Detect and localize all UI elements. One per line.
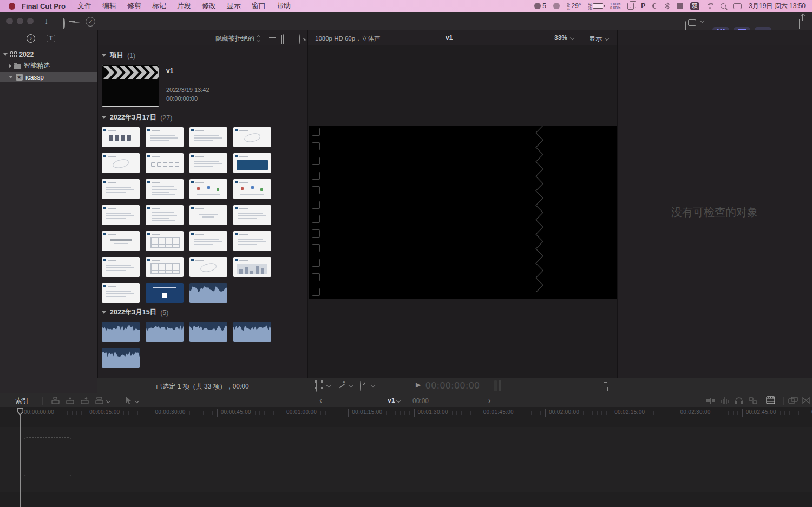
clip-thumbnail-text[interactable]	[102, 257, 140, 277]
input-method-badge[interactable]: 双	[690, 2, 699, 10]
clip-thumbnail-table[interactable]	[146, 257, 184, 277]
close-window-button[interactable]	[6, 18, 13, 24]
insert-edit-icon[interactable]	[66, 397, 75, 405]
filter-dropdown[interactable]: 隐藏被拒绝的	[215, 34, 260, 43]
next-project-button[interactable]: ›	[488, 396, 491, 405]
background-tasks-button[interactable]: ✓	[86, 17, 95, 27]
menu-编辑[interactable]: 编辑	[97, 1, 122, 11]
clip-thumbnail-bullets[interactable]	[146, 205, 184, 225]
clip-thumbnail-wave[interactable]	[189, 322, 227, 342]
audio-meter-right[interactable]	[499, 380, 501, 391]
timeline-area[interactable]	[0, 418, 812, 507]
keywords-button[interactable]	[63, 18, 65, 29]
menu-片段[interactable]: 片段	[172, 1, 197, 11]
sidebar-item-2022[interactable]: 2022	[0, 49, 97, 60]
clip-thumbnail-wave[interactable]	[233, 322, 271, 342]
playhead-line[interactable]	[20, 414, 21, 507]
menu-显示[interactable]: 显示	[221, 1, 246, 11]
retime-chevron-icon[interactable]	[371, 383, 375, 387]
clip-thumbnail-bullets[interactable]	[146, 179, 184, 199]
clip-thumbnail-wave[interactable]	[102, 348, 140, 368]
timeline-drop-placeholder[interactable]	[24, 437, 71, 476]
share-button[interactable]	[799, 19, 800, 29]
viewer-display-dropdown[interactable]: 显示	[589, 34, 608, 43]
sidebar-item-icassp[interactable]: ★icassp	[0, 72, 97, 82]
pinyin-icon[interactable]: P	[641, 2, 645, 10]
clip-thumbnail-navyblock[interactable]	[233, 153, 271, 173]
clipboard-icon[interactable]	[627, 3, 634, 10]
wifi-icon[interactable]	[706, 3, 713, 9]
index-button[interactable]: 索引	[15, 397, 29, 406]
enhancements-chevron-icon[interactable]	[349, 383, 353, 387]
solo-headphones-icon[interactable]	[734, 396, 744, 405]
keyboard-icon[interactable]	[677, 3, 683, 9]
audio-skimming-icon[interactable]	[720, 396, 730, 405]
clip-thumbnail-text[interactable]	[102, 205, 140, 225]
sidebar-item-智能精选[interactable]: 智能精选	[0, 61, 97, 71]
clip-thumbnail-text[interactable]	[102, 179, 140, 199]
disclosure-caret-icon[interactable]	[3, 53, 8, 56]
retime-icon[interactable]	[360, 381, 361, 391]
menu-窗口[interactable]: 窗口	[246, 1, 271, 11]
timeline-ruler[interactable]: 00:00:00:0000:00:15:0000:00:30:0000:00:4…	[0, 407, 812, 418]
photos-audio-tab-icon[interactable]: ♪	[27, 34, 35, 43]
clip-thumbnail-formula[interactable]	[189, 205, 227, 225]
focus-moon-icon[interactable]	[652, 3, 658, 9]
titles-generators-tab-icon[interactable]: T	[47, 35, 55, 42]
viewer-zoom-dropdown[interactable]: 33%	[554, 34, 574, 42]
clock[interactable]: 3月19日 周六 13:50	[749, 2, 806, 11]
clip-thumbnail-chart[interactable]	[233, 257, 271, 277]
clip-thumbnail-text[interactable]	[189, 231, 227, 251]
projects-section-header[interactable]: 项目 (1)	[102, 51, 307, 60]
project-thumbnail[interactable]	[102, 65, 159, 107]
transform-chevron-icon[interactable]	[326, 383, 331, 387]
clip-thumbnail-portraits[interactable]	[102, 127, 140, 147]
menu-修改[interactable]: 修改	[197, 1, 221, 11]
clip-thumbnail-wave[interactable]	[146, 322, 184, 342]
filmstrip-view-icon[interactable]	[283, 34, 284, 44]
transform-tool-icon[interactable]	[316, 381, 317, 392]
chat-badge[interactable]: 5	[534, 2, 546, 10]
secondary-display-icon[interactable]	[788, 397, 798, 404]
bluetooth-icon[interactable]	[665, 2, 670, 10]
clip-thumbnail-sketch[interactable]	[233, 127, 271, 147]
minimize-window-button[interactable]	[17, 18, 23, 24]
clip-thumbnail-text[interactable]	[146, 127, 184, 147]
previous-project-button[interactable]: ‹	[319, 396, 322, 405]
app-status-icon[interactable]	[553, 3, 560, 9]
clip-thumbnail-text[interactable]	[233, 205, 271, 225]
clip-thumbnail-sketch[interactable]	[189, 257, 227, 277]
clip-thumbnail-diagram[interactable]	[233, 179, 271, 199]
menu-修剪[interactable]: 修剪	[122, 1, 147, 11]
weather-widget[interactable]: 多云29°	[567, 2, 581, 10]
clip-thumbnail-text[interactable]	[233, 231, 271, 251]
battery-widget[interactable]: 电池	[588, 2, 604, 10]
disclosure-caret-icon[interactable]	[9, 64, 11, 68]
menu-标记[interactable]: 标记	[147, 1, 172, 11]
clip-thumbnail-wave[interactable]	[189, 283, 227, 303]
clip-thumbnail-wave[interactable]	[102, 322, 140, 342]
network-speed[interactable]: 1 KB/s0 KB/s	[610, 2, 620, 10]
clip-thumbnail-title[interactable]	[102, 231, 140, 251]
connect-edit-icon[interactable]	[51, 397, 61, 405]
menu-帮助[interactable]: 帮助	[271, 1, 296, 11]
clip-thumbnail-text[interactable]	[102, 283, 140, 303]
clip-thumbnail-text[interactable]	[189, 127, 227, 147]
bowtie-icon[interactable]	[802, 397, 810, 404]
tool-options-chevron-icon[interactable]	[135, 399, 139, 403]
menu-文件[interactable]: 文件	[72, 1, 97, 11]
apple-menu-icon[interactable]	[9, 3, 15, 10]
audio-meter-left[interactable]	[494, 380, 497, 391]
play-button[interactable]: ▶	[416, 381, 421, 389]
event-section-header[interactable]: 2022年3月15日(5)	[102, 308, 307, 317]
control-center-icon[interactable]	[733, 3, 742, 9]
overwrite-edit-icon[interactable]	[95, 397, 104, 405]
import-media-button[interactable]: ↓	[44, 16, 49, 25]
clip-thumbnail-table[interactable]	[146, 231, 184, 251]
extensions-chevron-icon[interactable]	[700, 18, 704, 23]
clip-appearance-icon[interactable]	[765, 396, 776, 405]
clip-thumbnail-text[interactable]	[189, 153, 227, 173]
app-menu[interactable]: Final Cut Pro	[15, 2, 72, 10]
event-section-header[interactable]: 2022年3月17日(27)	[102, 113, 307, 122]
clip-thumbnail-icons[interactable]	[146, 153, 184, 173]
